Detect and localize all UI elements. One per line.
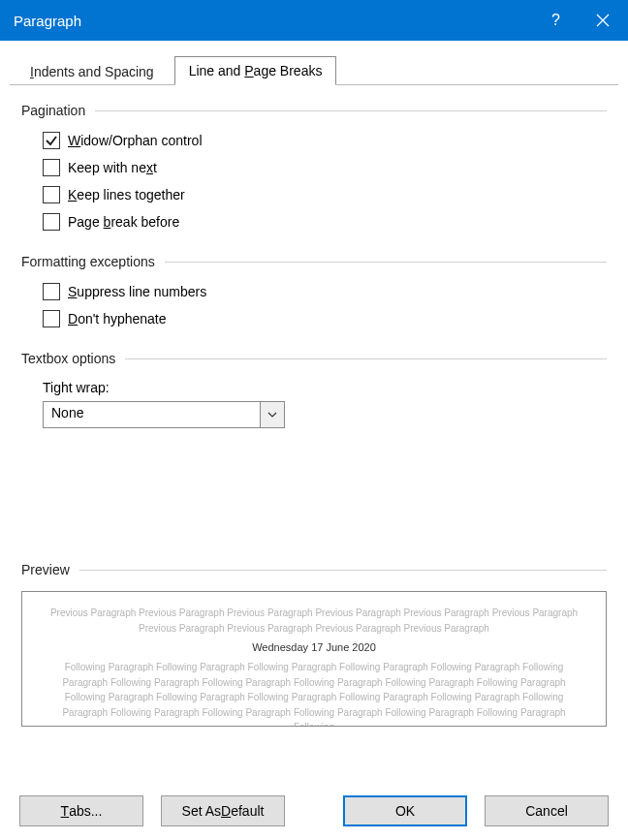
tab-panel: Pagination Widow/Orphan control Keep wit… [10, 85, 618, 736]
chevron-down-icon [260, 401, 285, 428]
section-formatting-label: Formatting exceptions [21, 254, 165, 269]
section-textbox-label: Textbox options [21, 351, 125, 366]
checkbox-keep-with-next[interactable]: Keep with next [43, 159, 607, 176]
titlebar-title: Paragraph [0, 13, 81, 29]
button-row: Tabs... Set As Default OK Cancel [0, 795, 628, 826]
preview-sample-text: Wednesday 17 June 2020 [49, 639, 579, 656]
titlebar: Paragraph ? [0, 0, 628, 41]
tight-wrap-value: None [43, 401, 260, 428]
tight-wrap-select[interactable]: None [43, 401, 285, 428]
cancel-button[interactable]: Cancel [485, 795, 609, 826]
checkmark-icon [43, 186, 60, 203]
help-icon[interactable]: ? [534, 0, 578, 41]
set-as-default-button[interactable]: Set As Default [161, 795, 285, 826]
preview-prev-paragraphs: Previous Paragraph Previous Paragraph Pr… [49, 606, 579, 636]
checkbox-suppress-line-numbers[interactable]: Suppress line numbers [43, 283, 607, 300]
checkmark-icon [43, 213, 60, 231]
section-textbox-options: Textbox options [21, 351, 607, 366]
section-pagination-label: Pagination [21, 103, 95, 118]
checkbox-page-break-before[interactable]: Page break before [43, 213, 607, 231]
section-preview: Preview [21, 562, 607, 577]
tabs-button[interactable]: Tabs... [19, 795, 143, 826]
checkbox-dont-hyphenate[interactable]: Don't hyphenate [43, 310, 607, 327]
checkmark-icon [43, 132, 60, 149]
checkmark-icon [43, 283, 60, 300]
checkbox-keep-lines-together[interactable]: Keep lines together [43, 186, 607, 203]
checkmark-icon [43, 159, 60, 176]
tab-line-and-page-breaks[interactable]: Line and Page Breaks [174, 56, 337, 85]
section-pagination: Pagination [21, 103, 607, 118]
tab-indents-and-spacing[interactable]: Indents and Spacing [16, 57, 169, 85]
checkbox-widow-orphan[interactable]: Widow/Orphan control [43, 132, 607, 149]
close-icon[interactable] [578, 0, 628, 41]
ok-button[interactable]: OK [343, 795, 467, 826]
tight-wrap-label: Tight wrap: [43, 380, 607, 395]
preview-box: Previous Paragraph Previous Paragraph Pr… [21, 591, 607, 727]
preview-following-paragraphs: Following Paragraph Following Paragraph … [49, 660, 579, 727]
tab-strip: Indents and Spacing Line and Page Breaks [10, 52, 618, 85]
section-preview-label: Preview [21, 562, 79, 577]
section-formatting-exceptions: Formatting exceptions [21, 254, 607, 269]
checkmark-icon [43, 310, 60, 327]
